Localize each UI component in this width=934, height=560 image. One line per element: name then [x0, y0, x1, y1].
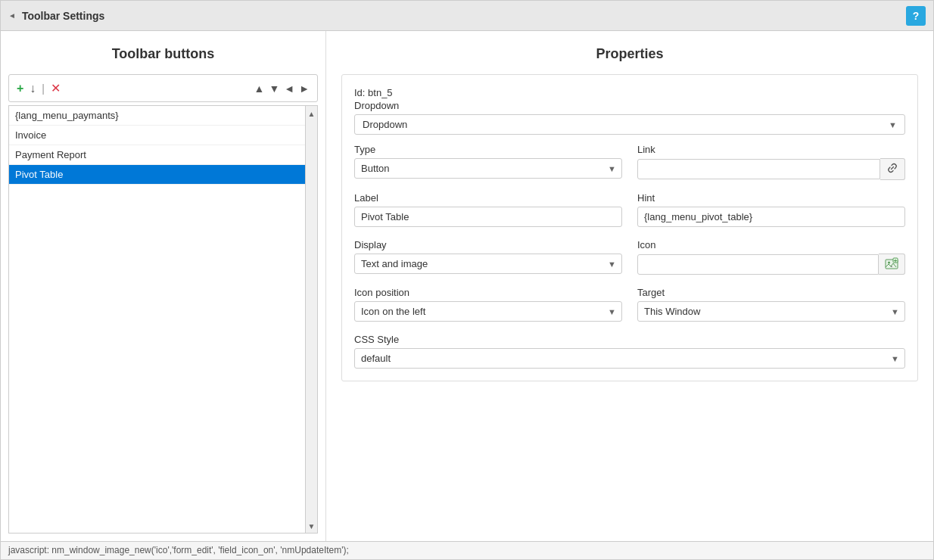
- scroll-down-arrow[interactable]: ▼: [306, 520, 318, 533]
- icon-position-select[interactable]: Icon on the left Icon on the right: [354, 301, 622, 322]
- dropdown-arrow-icon: ▼: [889, 120, 897, 129]
- link-icon-button[interactable]: [880, 158, 905, 180]
- target-select[interactable]: This Window New Window Popup: [637, 301, 905, 322]
- dropdown-field[interactable]: Dropdown ▼: [354, 114, 905, 135]
- label-label: Label: [354, 192, 622, 204]
- delete-button[interactable]: ✕: [51, 81, 61, 95]
- scroll-up-arrow[interactable]: ▲: [306, 107, 318, 120]
- dropdown-group-label: Dropdown: [354, 100, 905, 111]
- hint-label: Hint: [637, 192, 905, 204]
- svg-point-1: [888, 262, 890, 264]
- list-item-invoice[interactable]: Invoice: [9, 126, 305, 145]
- add-button[interactable]: +: [17, 82, 23, 95]
- status-bar: javascript: nm_window_image_new('ico','f…: [1, 541, 933, 559]
- type-select[interactable]: Button Separator Dropdown: [354, 158, 622, 179]
- display-select[interactable]: Text and image Text only Image only: [354, 254, 622, 274]
- link-icon: [886, 162, 898, 174]
- icon-position-label: Icon position: [354, 287, 622, 298]
- display-label: Display: [354, 239, 622, 250]
- nav-up-button[interactable]: ▲: [254, 82, 265, 95]
- target-label: Target: [637, 287, 905, 298]
- window-title: Toolbar Settings: [22, 10, 104, 22]
- label-input[interactable]: [354, 207, 622, 227]
- toolbar-area: + ↓ | ✕ ▲ ▼ ◄ ►: [8, 74, 318, 102]
- dropdown-value: Dropdown: [363, 119, 407, 130]
- icon-browse-button[interactable]: [879, 254, 905, 275]
- help-button[interactable]: ?: [906, 6, 926, 26]
- image-browse-icon: [885, 257, 898, 271]
- separator-button[interactable]: |: [42, 82, 45, 95]
- id-line: Id: btn_5: [354, 87, 905, 98]
- type-label: Type: [354, 144, 622, 155]
- link-label: Link: [637, 144, 905, 155]
- list-item-header: {lang_menu_paymants}: [9, 106, 305, 126]
- right-panel-title: Properties: [341, 39, 918, 74]
- nav-left-button[interactable]: ◄: [284, 82, 294, 95]
- css-style-label: CSS Style: [354, 334, 905, 345]
- left-panel-title: Toolbar buttons: [8, 39, 318, 74]
- hint-input[interactable]: [637, 207, 905, 227]
- icon-label: Icon: [637, 239, 905, 250]
- nav-right-button[interactable]: ►: [299, 82, 310, 95]
- nav-down-button[interactable]: ▼: [269, 82, 279, 95]
- list-item-payment-report[interactable]: Payment Report: [9, 145, 305, 165]
- link-input[interactable]: [637, 159, 880, 179]
- css-style-select[interactable]: default primary danger success: [354, 348, 905, 369]
- icon-input[interactable]: [637, 254, 879, 275]
- collapse-arrow-icon[interactable]: ◄: [8, 11, 16, 20]
- list-item-pivot-table[interactable]: Pivot Table: [9, 165, 305, 185]
- move-down-button[interactable]: ↓: [30, 82, 36, 95]
